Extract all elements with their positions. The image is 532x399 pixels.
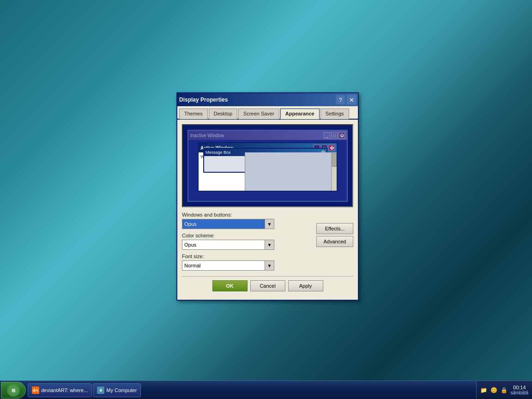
svg-text:⊞: ⊞ [12, 388, 15, 393]
taskbar-item-mycomputer[interactable]: 🖥 My Computer [93, 383, 141, 397]
color-scheme-select[interactable]: Opus [182, 240, 265, 250]
preview-inactive-buttons: _ □ ⏻ [324, 132, 345, 139]
windows-buttons-label: Windows and buttons: [182, 212, 312, 218]
preview-content: Window Text Message Box ⏻ OK [199, 152, 337, 191]
font-size-label: Font size: [182, 254, 312, 259]
taskbar-item-deviantart[interactable]: dA deviantART: where... [28, 383, 92, 397]
effects-button[interactable]: Effects... [316, 223, 353, 234]
appearance-preview: Inactive Window _ □ ⏻ Active Window _ [182, 124, 353, 207]
tray-icon-2: 😊 [490, 387, 498, 394]
taskbar-item-deviantart-label: deviantART: where... [41, 387, 88, 393]
preview-inactive-title: Inactive Window [190, 133, 224, 138]
start-button-icon: ⊞ [7, 384, 20, 397]
dialog-content: Inactive Window _ □ ⏻ Active Window _ [177, 120, 358, 300]
windows-buttons-select[interactable]: Opus [182, 219, 265, 229]
tab-screensaver[interactable]: Screen Saver [238, 109, 279, 119]
font-size-select-container: Normal ▼ [182, 260, 312, 271]
color-scheme-row: Color scheme: Opus ▼ [182, 233, 312, 250]
font-size-row: Font size: Normal ▼ [182, 254, 312, 271]
mycomputer-icon: 🖥 [97, 387, 104, 394]
color-scheme-label: Color scheme: [182, 233, 312, 238]
preview-minimize-icon: _ [324, 132, 330, 139]
tray-icon-3: 🔒 [501, 387, 508, 394]
close-button[interactable]: ✕ [347, 95, 356, 104]
deviantart-icon: dA [32, 387, 39, 394]
appearance-form: Windows and buttons: Opus ▼ Color scheme… [182, 212, 353, 274]
windows-buttons-arrow[interactable]: ▼ [265, 219, 274, 229]
form-right: Effects... Advanced [316, 212, 353, 247]
preview-inactive-window: Inactive Window _ □ ⏻ Active Window _ [187, 130, 348, 202]
ok-button[interactable]: OK [212, 280, 248, 291]
apply-button[interactable]: Apply [288, 280, 323, 291]
taskbar-item-mycomputer-label: My Computer [106, 387, 137, 393]
help-button[interactable]: ? [336, 95, 345, 104]
form-columns: Windows and buttons: Opus ▼ Color scheme… [182, 212, 353, 274]
preview-left-panel: Window Text Message Box ⏻ OK [199, 152, 245, 191]
taskbar-items: dA deviantART: where... 🖥 My Computer [26, 383, 476, 397]
tab-settings[interactable]: Settings [320, 109, 349, 119]
windows-buttons-row: Windows and buttons: Opus ▼ [182, 212, 312, 229]
desktop: Display Properties ? ✕ Themes Desktop Sc… [0, 0, 532, 399]
preview-scrollbar [331, 152, 337, 191]
preview-power-icon: ⏻ [339, 132, 345, 139]
preview-active-window: Active Window _ □ ⏻ Window Text [198, 142, 338, 192]
preview-scrollbar-thumb [332, 153, 337, 167]
advanced-button[interactable]: Advanced [316, 236, 353, 247]
tab-bar: Themes Desktop Screen Saver Appearance S… [177, 106, 358, 120]
preview-inactive-titlebar: Inactive Window _ □ ⏻ [188, 131, 347, 140]
start-button[interactable]: ⊞ [1, 382, 26, 399]
tray-icon-1: 📁 [480, 387, 488, 394]
tray-date: sâmbătă [511, 390, 528, 395]
form-left: Windows and buttons: Opus ▼ Color scheme… [182, 212, 312, 274]
preview-active-power-icon: ⏻ [328, 145, 335, 151]
preview-restore-icon: □ [331, 132, 338, 139]
tab-themes[interactable]: Themes [179, 109, 208, 119]
font-size-arrow[interactable]: ▼ [265, 260, 274, 271]
font-size-select[interactable]: Normal [182, 260, 265, 271]
dialog-titlebar: Display Properties ? ✕ [177, 93, 358, 106]
cancel-button[interactable]: Cancel [250, 280, 285, 291]
tray-time: 00:14 [513, 385, 526, 390]
preview-msgbox-title: Message Box [206, 150, 231, 155]
taskbar: ⊞ dA deviantART: where... 🖥 My Computer … [0, 381, 532, 399]
tab-desktop[interactable]: Desktop [209, 109, 237, 119]
dialog-title: Display Properties [179, 97, 228, 103]
color-scheme-arrow[interactable]: ▼ [265, 240, 274, 250]
display-properties-dialog: Display Properties ? ✕ Themes Desktop Sc… [176, 92, 359, 301]
dialog-controls: ? ✕ [336, 95, 356, 104]
color-scheme-select-container: Opus ▼ [182, 240, 312, 250]
preview-right-panel [245, 152, 337, 191]
system-tray: 📁 😊 🔒 00:14 sâmbătă [476, 381, 532, 399]
windows-buttons-select-container: Opus ▼ [182, 219, 312, 229]
dialog-footer: OK Cancel Apply [182, 276, 353, 295]
tab-appearance[interactable]: Appearance [280, 109, 320, 119]
